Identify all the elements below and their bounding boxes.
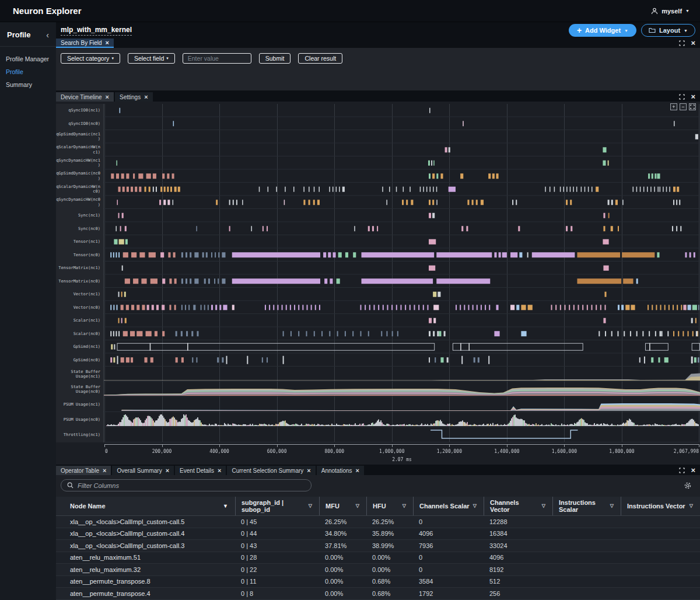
filter-icon[interactable]: ▽ (690, 503, 693, 510)
sidebar-item-profile[interactable]: Profile (0, 65, 56, 78)
timeline-row-label: qScalarDynamicHW(nc0) (56, 183, 103, 196)
tab-close-icon[interactable]: × (106, 40, 109, 46)
table-row[interactable]: aten__relu_maximum.320 | 220.00%0.00%081… (56, 564, 700, 576)
timeline-row-label: Sync(nc1) (56, 209, 103, 222)
table-cell: 0 (413, 566, 484, 573)
tab-close-icon[interactable]: × (307, 468, 310, 473)
table-cell: 0.00% (319, 578, 366, 585)
timeline-row-label: Vector(nc0) (56, 301, 103, 315)
table-row[interactable]: xla__op_<locals>CallImpl_custom-call.30 … (56, 540, 700, 552)
timeline-row-label: Scalar(nc0) (56, 327, 103, 341)
top-bar: Neuron Explorer myself ▼ (0, 0, 700, 22)
column-header-instructions-vector[interactable]: Instructions Vector▽ (621, 497, 700, 515)
tab-label: Settings (120, 94, 141, 100)
sidebar-collapse-icon[interactable]: ‹ (46, 32, 49, 38)
tab-close-icon[interactable]: × (106, 94, 109, 100)
operator-table: Node Name▼subgraph_id | subop_id▽MFU▽HFU… (56, 497, 700, 600)
table-row[interactable]: aten__relu_maximum.510 | 280.00%0.00%040… (56, 552, 700, 564)
sidebar: Profile ‹ Profile ManagerProfileSummary (0, 22, 56, 600)
table-header: Node Name▼subgraph_id | subop_id▽MFU▽HFU… (56, 497, 700, 516)
zoom-fit-button[interactable] (689, 103, 696, 110)
column-header-channels-vector[interactable]: Channels Vector▽ (484, 497, 552, 515)
tab-search-by-field[interactable]: Search By Field× (56, 39, 114, 48)
page-title[interactable]: mlp_with_mm_kernel (61, 26, 132, 36)
table-row[interactable]: xla__op_<locals>CallImpl_custom-call.50 … (56, 516, 700, 528)
table-tabs: Operator Table×Overall Summary×Event Det… (56, 466, 365, 475)
table-cell: 0 (413, 554, 484, 561)
timeline-row-label: qSyncIO0(nc1) (56, 104, 103, 117)
submit-button[interactable]: Submit (259, 53, 291, 64)
column-header-instructions-scalar[interactable]: Instructions Scalar▽ (552, 497, 621, 515)
sort-icon[interactable]: ▼ (223, 503, 228, 510)
tab-close-icon[interactable]: × (103, 468, 106, 473)
timeline-row-label: State Buffer Usage(nc0) (56, 382, 103, 397)
tab-device-timeline[interactable]: Device Timeline× (56, 92, 114, 102)
table-cell: 512 (484, 578, 552, 585)
filter-icon[interactable]: ▽ (473, 503, 477, 510)
close-icon[interactable]: × (691, 94, 695, 100)
filter-icon[interactable]: ▽ (610, 503, 614, 510)
sidebar-item-summary[interactable]: Summary (0, 78, 56, 91)
select-field-button[interactable]: Select field ▾ (128, 53, 175, 64)
tab-current-selection-summary[interactable]: Current Selection Summary× (227, 466, 315, 475)
sidebar-item-profile-manager[interactable]: Profile Manager (0, 53, 56, 65)
tab-overall-summary[interactable]: Overall Summary× (112, 466, 174, 475)
filter-icon[interactable]: ▽ (542, 503, 545, 510)
search-panel-controls: × (679, 39, 700, 48)
timeline-row-label: Tensor(nc0) (56, 249, 103, 262)
filter-columns-field[interactable] (61, 479, 312, 491)
chevron-down-icon: ▾ (166, 56, 169, 61)
table-cell: 0.68% (366, 590, 413, 597)
tab-close-icon[interactable]: × (144, 94, 148, 100)
column-label: subgraph_id | subop_id (242, 499, 309, 513)
tab-settings[interactable]: Settings× (115, 92, 153, 102)
tab-event-details[interactable]: Event Details× (175, 466, 226, 475)
filter-icon[interactable]: ▽ (309, 503, 312, 510)
tab-close-icon[interactable]: × (356, 468, 359, 473)
timeline-row-label: PSUM Usage(nc1) (56, 397, 103, 412)
close-icon[interactable]: × (691, 40, 695, 46)
table-cell: 26.25% (366, 518, 413, 525)
table-row[interactable]: aten__permute_transpose.80 | 110.00%0.68… (56, 576, 700, 588)
select-category-button[interactable]: Select category ▾ (61, 53, 120, 64)
tab-close-icon[interactable]: × (166, 468, 169, 473)
filter-columns-input[interactable] (78, 482, 305, 489)
table-cell: aten__relu_maximum.32 (56, 566, 235, 573)
gear-icon[interactable] (684, 482, 692, 490)
filter-icon[interactable]: ▽ (402, 503, 406, 510)
expand-icon[interactable] (679, 40, 685, 46)
search-by-field-panel: Search By Field× × Select category ▾ Sel… (56, 39, 700, 90)
add-widget-button[interactable]: + Add Widget ▼ (569, 24, 636, 37)
page-header: mlp_with_mm_kernel + Add Widget ▼ Layout… (56, 22, 700, 39)
tab-label: Current Selection Summary (232, 468, 303, 474)
column-header-mfu[interactable]: MFU▽ (319, 497, 366, 515)
column-header-subgraph-id-subop-id[interactable]: subgraph_id | subop_id▽ (235, 497, 319, 515)
table-row[interactable]: aten__permute_transpose.40 | 80.00%0.68%… (56, 588, 700, 600)
timeline-row-label: qGpSimdDynamic(nc0) (56, 170, 103, 183)
expand-icon[interactable] (679, 468, 685, 473)
tab-annotations[interactable]: Annotations× (317, 466, 364, 475)
layout-label: Layout (659, 27, 680, 34)
table-cell: xla__op_<locals>CallImpl_custom-call.3 (56, 542, 235, 549)
table-row[interactable]: xla__op_<locals>CallImpl_custom-call.40 … (56, 528, 700, 540)
expand-icon[interactable] (679, 94, 685, 100)
zoom-in-button[interactable]: + (670, 103, 677, 110)
timeline-row-label: Tensor(nc1) (56, 235, 103, 249)
clear-result-button[interactable]: Clear result (298, 53, 342, 64)
tab-close-icon[interactable]: × (218, 468, 221, 473)
zoom-out-button[interactable]: − (680, 103, 687, 110)
table-cell: 0.00% (319, 590, 366, 597)
timeline-row-label: qSyncIO0(nc0) (56, 117, 103, 131)
device-timeline-chart[interactable] (104, 104, 700, 465)
close-icon[interactable]: × (691, 468, 695, 473)
column-header-channels-scalar[interactable]: Channels Scalar▽ (413, 497, 484, 515)
chevron-down-icon: ▼ (624, 29, 628, 33)
tab-operator-table[interactable]: Operator Table× (56, 466, 111, 475)
column-header-hfu[interactable]: HFU▽ (366, 497, 413, 515)
value-input[interactable] (183, 53, 251, 64)
user-menu[interactable]: myself ▼ (651, 8, 690, 15)
filter-icon[interactable]: ▽ (356, 503, 359, 510)
timeline-body: + − qSyncIO0(nc1)qSyncIO0(nc0)qGpSimdDyn… (56, 102, 700, 465)
layout-button[interactable]: Layout ▼ (641, 24, 695, 37)
column-header-node-name[interactable]: Node Name▼ (56, 497, 235, 515)
